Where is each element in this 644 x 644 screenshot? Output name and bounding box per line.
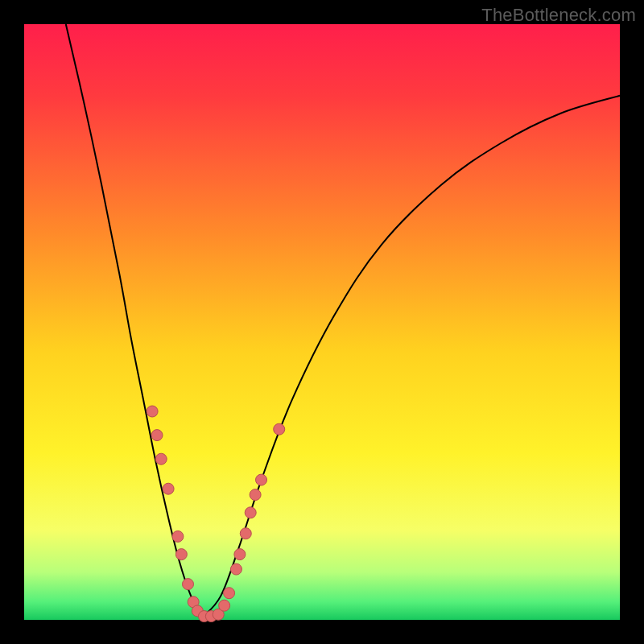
data-marker — [245, 507, 256, 518]
data-marker — [155, 453, 167, 464]
watermark-text: TheBottleneck.com — [481, 5, 636, 26]
data-marker — [256, 474, 267, 485]
data-marker — [147, 406, 158, 417]
frame-border: TheBottleneck.com — [0, 0, 644, 644]
data-marker — [219, 600, 230, 611]
data-marker — [172, 530, 184, 542]
data-marker — [240, 528, 251, 539]
data-marker — [163, 483, 174, 494]
curve-right-arm — [203, 96, 620, 617]
data-marker — [183, 579, 194, 590]
curve-left-arm — [66, 24, 203, 617]
data-marker — [234, 549, 246, 560]
data-marker — [230, 564, 242, 575]
data-marker — [175, 549, 187, 560]
data-marker — [224, 588, 235, 599]
data-marker — [250, 489, 261, 501]
chart-svg — [24, 24, 620, 620]
data-marker — [151, 430, 163, 441]
data-marker — [274, 423, 285, 435]
